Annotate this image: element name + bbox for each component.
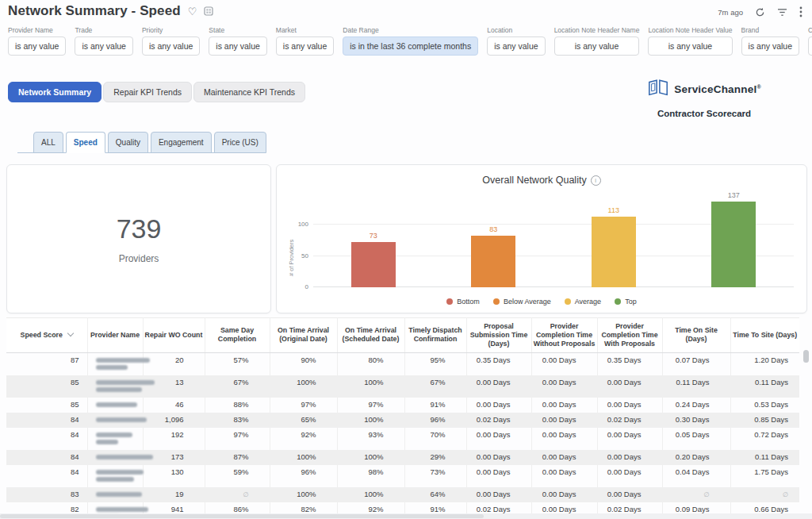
- filter-value-company-name[interactable]: is any value: [808, 37, 812, 56]
- cell-value: 0.00 Days: [466, 375, 531, 398]
- filter-value-date-range[interactable]: is in the last 36 complete months: [343, 37, 478, 56]
- filter-icon[interactable]: [777, 8, 787, 17]
- column-header-same-day-completion[interactable]: Same Day Completion: [205, 318, 270, 353]
- overall-network-quality-card: Overall Network Quality i # of Providers…: [276, 164, 807, 313]
- nav-tab-repair-kpi-trends[interactable]: Repair KPI Trends: [103, 82, 192, 102]
- filter-label: Brand: [741, 26, 799, 34]
- redacted-name-bar: [96, 432, 132, 437]
- filter-value-location-note-header-value[interactable]: is any value: [648, 37, 732, 56]
- nav-tab-maintenance-kpi-trends[interactable]: Maintenance KPI Trends: [193, 82, 305, 102]
- column-header-time-to-site-days[interactable]: Time To Site (Days): [730, 318, 799, 353]
- legend-label: Average: [575, 298, 601, 306]
- filter-label: Company Name: [808, 26, 812, 34]
- scorecard-table: Speed ScoreProvider NameRepair WO CountS…: [6, 317, 799, 519]
- cell-value: 0.00 Days: [597, 465, 662, 487]
- cell-value: 100%: [337, 487, 404, 502]
- filter-value-market[interactable]: is any value: [276, 37, 334, 56]
- cell-value: 100%: [337, 450, 404, 465]
- subtab-quality[interactable]: Quality: [108, 132, 148, 153]
- column-header-timely-dispatch-confirmation[interactable]: Timely Dispatch Confirmation: [404, 318, 466, 353]
- column-header-repair-wo-count[interactable]: Repair WO Count: [143, 318, 205, 353]
- cell-value: 95%: [404, 352, 466, 375]
- cell-value: ∅: [205, 487, 270, 502]
- column-header-speed-score[interactable]: Speed Score: [6, 318, 87, 353]
- column-header-provider-completion-time-with-proposals[interactable]: Provider Completion Time With Proposals: [597, 318, 662, 353]
- subtab-all[interactable]: ALL: [33, 132, 63, 153]
- info-icon[interactable]: i: [591, 175, 601, 186]
- filter-value-brand[interactable]: is any value: [741, 37, 799, 56]
- cell-value: 90%: [270, 352, 337, 375]
- legend-dot-icon: [615, 298, 621, 305]
- bar-group-top: 137: [711, 191, 756, 287]
- redacted-name-bar: [96, 492, 142, 497]
- filter-location-note-header-value: Location Note Header Valueis any value: [648, 26, 732, 56]
- cell-speed-score: 83: [6, 487, 87, 502]
- filter-value-state[interactable]: is any value: [209, 37, 266, 56]
- redacted-name-bar: [96, 417, 147, 422]
- legend-dot-icon: [493, 298, 500, 305]
- bar-value-label: 73: [370, 232, 377, 240]
- filter-label: Location Note Header Name: [554, 26, 640, 34]
- table-row: 8319∅100%100%64%0.00 Days0.00 Days0.00 D…: [6, 487, 799, 502]
- column-header-on-time-arrival-scheduled-date[interactable]: On Time Arrival (Scheduled Date): [337, 318, 404, 353]
- cell-value: 59%: [205, 465, 270, 487]
- horizontal-scrollbar-track[interactable]: [0, 513, 812, 519]
- cell-value: 29%: [404, 450, 466, 465]
- cell-value: 1,096: [143, 413, 205, 428]
- bar-top[interactable]: [711, 202, 756, 287]
- favorite-heart-icon[interactable]: ♡: [188, 6, 197, 17]
- cell-value: 0.72 Days: [730, 428, 799, 450]
- filter-value-location-note-header-name[interactable]: is any value: [554, 37, 640, 56]
- table-row: 841,09683%65%100%96%0.02 Days0.00 Days0.…: [6, 413, 799, 428]
- dashboard-nav-tabs: Network SummaryRepair KPI TrendsMaintena…: [8, 82, 307, 102]
- legend-item-average[interactable]: Average: [565, 298, 601, 306]
- cell-provider-name-redacted: [87, 465, 143, 487]
- header: Network Summary - Speed ♡: [8, 3, 213, 19]
- filter-value-location[interactable]: is any value: [487, 37, 545, 56]
- column-header-time-on-site-days[interactable]: Time On Site (Days): [662, 318, 730, 353]
- filter-date-range: Date Rangeis in the last 36 complete mon…: [343, 26, 478, 56]
- bar-average[interactable]: [592, 217, 636, 287]
- filter-trade: Tradeis any value: [75, 26, 132, 56]
- cell-value: 0.07 Days: [662, 352, 730, 375]
- filter-value-priority[interactable]: is any value: [142, 37, 200, 56]
- column-header-on-time-arrival-original-date[interactable]: On Time Arrival (Original Date): [270, 318, 337, 353]
- legend-item-below-average[interactable]: Below Average: [493, 298, 551, 306]
- subtab-price-us[interactable]: Price (US): [214, 132, 266, 153]
- column-header-provider-completion-time-without-proposals[interactable]: Provider Completion Time Without Proposa…: [531, 318, 597, 353]
- redacted-name-bar: [96, 477, 134, 482]
- bar-below-average[interactable]: [471, 236, 515, 287]
- column-header-provider-name[interactable]: Provider Name: [87, 318, 143, 353]
- filter-label: Provider Name: [8, 26, 66, 34]
- filter-value-trade[interactable]: is any value: [75, 37, 132, 56]
- dashboard-icon[interactable]: [204, 6, 213, 16]
- filter-priority: Priorityis any value: [142, 26, 200, 56]
- column-header-proposal-submission-time-days[interactable]: Proposal Submission Time (Days): [466, 318, 531, 353]
- cell-value: 67%: [205, 375, 270, 398]
- legend-item-bottom[interactable]: Bottom: [446, 298, 480, 306]
- redacted-name-bar: [96, 380, 155, 385]
- cell-value: 130: [143, 465, 205, 487]
- null-value: ∅: [783, 491, 788, 498]
- null-value: ∅: [243, 491, 249, 498]
- refresh-icon[interactable]: [755, 7, 765, 17]
- cell-value: 0.04 Days: [662, 465, 730, 487]
- subtab-speed[interactable]: Speed: [66, 132, 105, 153]
- horizontal-scrollbar-thumb[interactable]: [0, 514, 484, 518]
- cell-value: 0.02 Days: [597, 413, 662, 428]
- cell-provider-name-redacted: [87, 413, 143, 428]
- cell-value: 98%: [337, 465, 404, 487]
- cell-value: 0.35 Days: [597, 352, 662, 375]
- filter-value-provider-name[interactable]: is any value: [8, 37, 66, 56]
- subtab-engagement[interactable]: Engagement: [151, 132, 212, 153]
- kebab-menu-icon[interactable]: [799, 6, 802, 17]
- bar-bottom[interactable]: [351, 242, 396, 287]
- cell-value: 0.00 Days: [531, 375, 597, 398]
- cell-value: ∅: [662, 487, 730, 502]
- cell-value: 1.20 Days: [730, 352, 799, 375]
- redacted-name-bar: [96, 455, 153, 459]
- vertical-scrollbar-thumb[interactable]: [803, 350, 809, 363]
- nav-tab-network-summary[interactable]: Network Summary: [8, 82, 102, 102]
- legend-item-top[interactable]: Top: [615, 298, 637, 306]
- cell-value: 0.05 Days: [662, 428, 730, 450]
